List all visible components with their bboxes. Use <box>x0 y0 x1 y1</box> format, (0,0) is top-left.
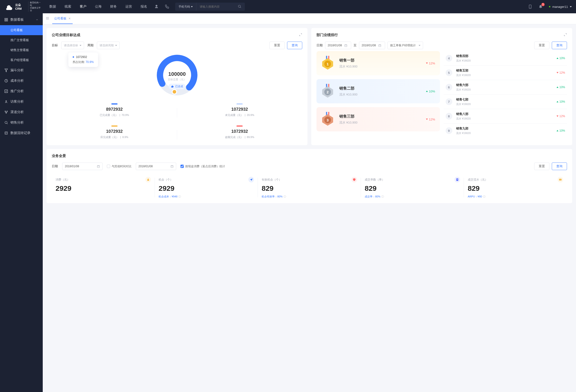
sidebar-collapse-button[interactable] <box>46 16 49 21</box>
svg-rect-3 <box>6 18 8 20</box>
help-icon[interactable]: ⓘ <box>483 195 486 198</box>
date-input-2[interactable]: 2018/01/08 <box>136 162 176 170</box>
sidebar-item[interactable]: 访客分析 <box>0 96 43 107</box>
menu-icon <box>4 79 8 83</box>
sidebar-item[interactable]: 数据流转记录 <box>0 128 43 138</box>
rank-name: 销售五部 <box>456 68 471 73</box>
sidebar-group-dashboard[interactable]: 数据看板 <box>0 14 43 25</box>
sidebar-sub-item[interactable]: 客户经理看板 <box>0 55 43 65</box>
reset-button[interactable]: 重置 <box>269 42 285 49</box>
expand-button[interactable] <box>564 33 567 37</box>
rank-number: 9 <box>446 127 452 134</box>
tab-company-dashboard[interactable]: 公司看板 ✕ <box>52 14 73 24</box>
topnav-item[interactable]: 线索 <box>65 4 71 9</box>
search-input[interactable] <box>196 5 234 8</box>
svg-rect-5 <box>6 20 8 21</box>
mobile-icon[interactable] <box>528 4 532 9</box>
menu-collapse-icon <box>46 16 49 20</box>
svg-rect-12 <box>5 132 8 134</box>
query-button[interactable]: 查询 <box>287 42 302 49</box>
select-period[interactable]: 请选择周期 <box>97 42 120 49</box>
notif-badge: 5 <box>541 3 545 6</box>
sidebar-item[interactable]: 渠道分析 <box>0 107 43 117</box>
delta-arrow-icon <box>556 58 558 59</box>
btn-label: 重置 <box>539 164 545 168</box>
sidebar-sub-item[interactable]: 销售主管看板 <box>0 45 43 55</box>
rank-name: 销售八部 <box>456 112 471 116</box>
reset-button[interactable]: 重置 <box>534 42 549 49</box>
svg-rect-17 <box>379 44 381 47</box>
sidebar-item[interactable]: 销售分析 <box>0 117 43 128</box>
rank-name: 销售三部 <box>339 114 358 119</box>
query-button[interactable]: 查询 <box>552 162 567 170</box>
tabbar: 公司看板 ✕ <box>43 13 576 24</box>
sidebar-sub-item[interactable]: 推广主管看板 <box>0 35 43 45</box>
date-from-input[interactable]: 2018/01/08 <box>325 42 351 49</box>
select-target[interactable]: 请选择目标 <box>61 42 84 49</box>
topnav-item[interactable]: 财务 <box>110 4 117 9</box>
kpi-footnote: 机会成本：¥948 ⓘ <box>159 195 254 198</box>
rank-name: 销售七部 <box>456 97 471 102</box>
search-button[interactable] <box>234 4 245 9</box>
topnav-item[interactable]: 运营 <box>125 4 132 9</box>
svg-rect-4 <box>5 20 6 21</box>
search-scope-select[interactable]: 手机号码 <box>175 3 196 11</box>
help-icon[interactable]: ⓘ <box>178 195 181 198</box>
menu-label: 销售分析 <box>10 121 24 125</box>
sidebar-item[interactable]: 成本分析 <box>0 76 43 86</box>
topnav-item[interactable]: 公海 <box>95 4 102 9</box>
topbar: 云朵CRM 教育机构一站 式服务云平台 数据线索客户公海财务运营报名 手机号码 … <box>0 0 576 13</box>
card-target-achievement: 公司业绩目标达成 目标 请选择目标 周期 请选择周期 <box>47 28 308 145</box>
help-icon[interactable]: ⓘ <box>381 195 384 198</box>
cash-checkbox[interactable]: 按现金消费（返点后消费）统计 <box>180 164 225 168</box>
topnav-item[interactable]: 数据 <box>49 4 56 9</box>
topnav-item[interactable]: 报名 <box>141 4 147 9</box>
date-value: 2018/01/08 <box>138 165 168 168</box>
query-button[interactable]: 查询 <box>552 42 567 49</box>
rank-top-card: 1销售一部流水 ¥10,90012% <box>317 51 440 75</box>
reset-button[interactable]: 重置 <box>534 162 549 170</box>
topnav-item[interactable]: 客户 <box>80 4 86 9</box>
user-menu[interactable]: manager11 <box>549 5 572 8</box>
sidebar-item[interactable]: 漏斗分析 <box>0 65 43 76</box>
kpi-footnote: ARPU：¥80 ⓘ <box>468 195 563 198</box>
logo[interactable]: 云朵CRM 教育机构一站 式服务云平台 <box>4 1 42 12</box>
compare-checkbox[interactable]: 与其他时间对比 <box>107 164 132 168</box>
expand-button[interactable] <box>299 33 302 37</box>
rank-revenue: 流水 ¥19020 <box>456 73 471 77</box>
label-period: 周期 <box>87 43 93 48</box>
btn-label: 查询 <box>556 43 562 48</box>
donut-total-label: 目标总量（元） <box>52 78 302 81</box>
kpi-cell: 成交单数（单）829成交率：80% ⓘ <box>361 177 464 198</box>
rank-top-card: 2销售二部流水 ¥10,90010% <box>317 79 440 103</box>
tooltip-pct: 70.9% <box>86 60 94 64</box>
sidebar-sub-item[interactable]: 公司看板 <box>0 25 43 35</box>
stat-label: 已完成量（元）|70.9% <box>52 113 177 117</box>
stat-label: 应完成量（元）|8.9% <box>52 135 177 139</box>
date-to-input[interactable]: 2018/01/08 <box>359 42 385 49</box>
username: manager11 <box>552 5 568 8</box>
kpi-cell: 机会（个）2929机会成本：¥948 ⓘ <box>155 177 258 198</box>
kpi-value: 829 <box>365 184 460 192</box>
notifications[interactable]: 5 <box>539 4 543 9</box>
rank-number: 6 <box>446 84 452 90</box>
date-input-1[interactable]: 2018/01/08 <box>62 162 103 170</box>
select-stat-mode[interactable]: 按工单客户经理统计 <box>387 42 423 49</box>
cloud-crm-logo-icon <box>4 3 14 10</box>
rank-name: 销售六部 <box>456 83 471 87</box>
help-icon[interactable]: ⓘ <box>284 195 286 198</box>
delta-arrow-icon <box>556 116 558 117</box>
phone-icon[interactable] <box>165 4 169 9</box>
kpi-label: 机会（个） <box>159 178 173 182</box>
svg-point-11 <box>5 121 7 123</box>
svg-rect-16 <box>345 44 347 47</box>
kpi-icon <box>557 177 563 182</box>
sidebar-item[interactable]: 推广分析 <box>0 86 43 96</box>
rank-delta: 10% <box>426 90 435 93</box>
close-icon[interactable]: ✕ <box>68 17 71 20</box>
person-icon[interactable] <box>154 4 159 9</box>
stat-value: 1072932 <box>177 129 302 134</box>
kpi-label: 消费（元） <box>56 178 70 182</box>
date-value: 2018/01/08 <box>362 44 376 47</box>
rank-delta: 12% <box>426 61 435 65</box>
